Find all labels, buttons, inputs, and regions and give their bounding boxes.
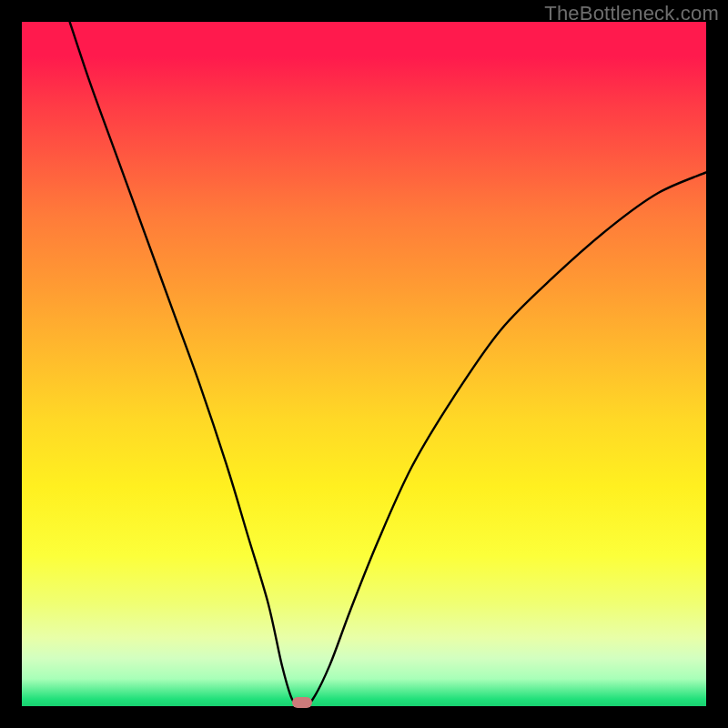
bottleneck-marker [292, 697, 312, 708]
chart-plot-area [22, 22, 706, 706]
watermark-text: TheBottleneck.com [544, 2, 719, 25]
curve-path [70, 22, 706, 706]
bottleneck-curve [22, 22, 706, 706]
